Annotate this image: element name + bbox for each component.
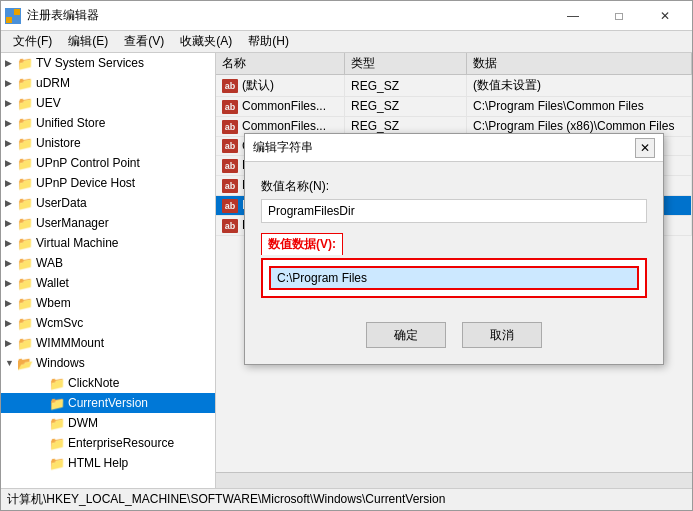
menu-file[interactable]: 文件(F) [5, 31, 60, 52]
folder-icon: 📁 [17, 335, 33, 351]
menu-help[interactable]: 帮助(H) [240, 31, 297, 52]
status-text: 计算机\HKEY_LOCAL_MACHINE\SOFTWARE\Microsof… [7, 491, 445, 508]
dialog-title-bar: 编辑字符串 ✕ [245, 134, 663, 162]
tree-item-windows[interactable]: ▼ 📂 Windows [1, 353, 215, 373]
tree-item-unistore[interactable]: ▶ 📁 Unistore [1, 133, 215, 153]
dialog-title: 编辑字符串 [253, 139, 635, 156]
ok-button[interactable]: 确定 [366, 322, 446, 348]
tree-arrow-expanded: ▼ [5, 358, 17, 368]
folder-icon: 📁 [17, 295, 33, 311]
tree-label: Unistore [36, 136, 81, 150]
tree-item-wallet[interactable]: ▶ 📁 Wallet [1, 273, 215, 293]
value-label: 数值数据(V): [261, 233, 343, 255]
tree-item-currentversion[interactable]: 📁 CurrentVersion [1, 393, 215, 413]
dialog-close-button[interactable]: ✕ [635, 138, 655, 158]
tree-label: UserData [36, 196, 87, 210]
folder-icon: 📁 [49, 415, 65, 431]
menu-view[interactable]: 查看(V) [116, 31, 172, 52]
title-bar: 注册表编辑器 — □ ✕ [1, 1, 692, 31]
tree-item-upnp-control[interactable]: ▶ 📁 UPnP Control Point [1, 153, 215, 173]
folder-open-icon: 📂 [17, 355, 33, 371]
window-title: 注册表编辑器 [27, 7, 550, 24]
tree-label: Wallet [36, 276, 69, 290]
folder-icon: 📁 [49, 435, 65, 451]
folder-icon: 📁 [49, 395, 65, 411]
right-area: 名称 类型 数据 ab(默认)REG_SZ(数值未设置)abCommonFile… [216, 53, 692, 488]
menu-edit[interactable]: 编辑(E) [60, 31, 116, 52]
tree-label: UEV [36, 96, 61, 110]
tree-item-wcmsvc[interactable]: ▶ 📁 WcmSvc [1, 313, 215, 333]
cancel-button[interactable]: 取消 [462, 322, 542, 348]
tree-item-wab[interactable]: ▶ 📁 WAB [1, 253, 215, 273]
tree-item-enterpriseresource[interactable]: 📁 EnterpriseResource [1, 433, 215, 453]
edit-string-dialog: 编辑字符串 ✕ 数值名称(N): 数值数据(V): [244, 133, 664, 365]
folder-icon: 📁 [17, 215, 33, 231]
folder-icon: 📁 [17, 175, 33, 191]
folder-icon: 📁 [17, 255, 33, 271]
tree-label: HTML Help [68, 456, 128, 470]
tree-arrow: ▶ [5, 338, 17, 348]
value-field-group: 数值数据(V): [261, 233, 647, 298]
tree-arrow: ▶ [5, 98, 17, 108]
window-controls: — □ ✕ [550, 1, 688, 31]
value-box [261, 258, 647, 298]
tree-item-dwm[interactable]: 📁 DWM [1, 413, 215, 433]
status-bar: 计算机\HKEY_LOCAL_MACHINE\SOFTWARE\Microsof… [1, 488, 692, 510]
maximize-button[interactable]: □ [596, 1, 642, 31]
dialog-overlay: 编辑字符串 ✕ 数值名称(N): 数值数据(V): [216, 53, 692, 488]
tree-arrow: ▶ [5, 278, 17, 288]
tree-item-upnp-device[interactable]: ▶ 📁 UPnP Device Host [1, 173, 215, 193]
tree-item-unified-store[interactable]: ▶ 📁 Unified Store [1, 113, 215, 133]
tree-label: Unified Store [36, 116, 105, 130]
folder-icon: 📁 [17, 155, 33, 171]
folder-icon: 📁 [17, 95, 33, 111]
folder-icon: 📁 [17, 75, 33, 91]
tree-item-uev[interactable]: ▶ 📁 UEV [1, 93, 215, 113]
tree-item-virtual-machine[interactable]: ▶ 📁 Virtual Machine [1, 233, 215, 253]
dialog-buttons: 确定 取消 [245, 314, 663, 364]
name-input[interactable] [261, 199, 647, 223]
folder-icon: 📁 [17, 55, 33, 71]
folder-icon: 📁 [17, 275, 33, 291]
tree-panel: ▶ 📁 TV System Services ▶ 📁 uDRM ▶ 📁 UEV … [1, 53, 216, 488]
folder-icon: 📁 [17, 195, 33, 211]
folder-icon: 📁 [17, 235, 33, 251]
tree-label: WAB [36, 256, 63, 270]
menu-favorites[interactable]: 收藏夹(A) [172, 31, 240, 52]
tree-arrow: ▶ [5, 198, 17, 208]
folder-icon: 📁 [49, 455, 65, 471]
close-button[interactable]: ✕ [642, 1, 688, 31]
folder-icon: 📁 [17, 135, 33, 151]
tree-label: Windows [36, 356, 85, 370]
tree-item-wbem[interactable]: ▶ 📁 Wbem [1, 293, 215, 313]
tree-arrow: ▶ [5, 318, 17, 328]
app-icon [5, 8, 21, 24]
tree-arrow: ▶ [5, 218, 17, 228]
tree-arrow: ▶ [5, 158, 17, 168]
tree-arrow: ▶ [5, 298, 17, 308]
svg-rect-1 [14, 9, 20, 15]
main-content: ▶ 📁 TV System Services ▶ 📁 uDRM ▶ 📁 UEV … [1, 53, 692, 488]
tree-item-wimmount[interactable]: ▶ 📁 WIMMMount [1, 333, 215, 353]
tree-item-udrm[interactable]: ▶ 📁 uDRM [1, 73, 215, 93]
tree-item-usermanager[interactable]: ▶ 📁 UserManager [1, 213, 215, 233]
tree-item-tv-system[interactable]: ▶ 📁 TV System Services [1, 53, 215, 73]
tree-arrow: ▶ [5, 238, 17, 248]
tree-arrow: ▶ [5, 138, 17, 148]
tree-label: DWM [68, 416, 98, 430]
svg-rect-2 [6, 17, 12, 23]
folder-icon: 📁 [49, 375, 65, 391]
folder-icon: 📁 [17, 115, 33, 131]
tree-label: ClickNote [68, 376, 119, 390]
tree-arrow: ▶ [5, 118, 17, 128]
tree-label: UPnP Device Host [36, 176, 135, 190]
tree-arrow: ▶ [5, 258, 17, 268]
tree-item-userdata[interactable]: ▶ 📁 UserData [1, 193, 215, 213]
svg-rect-0 [6, 9, 12, 15]
tree-item-clicknote[interactable]: 📁 ClickNote [1, 373, 215, 393]
tree-item-html-help[interactable]: 📁 HTML Help [1, 453, 215, 473]
main-window: 注册表编辑器 — □ ✕ 文件(F) 编辑(E) 查看(V) 收藏夹(A) 帮助… [0, 0, 693, 511]
minimize-button[interactable]: — [550, 1, 596, 31]
tree-label: WIMMMount [36, 336, 104, 350]
value-input[interactable] [269, 266, 639, 290]
